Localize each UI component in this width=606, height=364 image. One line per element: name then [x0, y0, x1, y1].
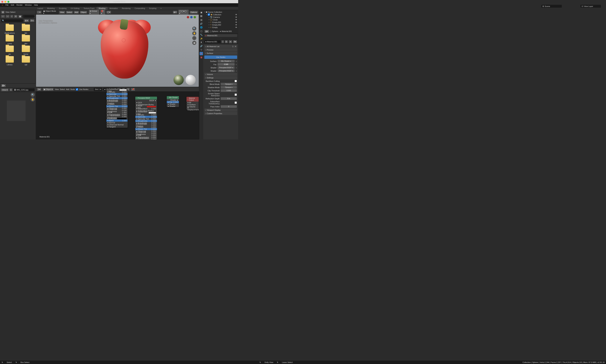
editor-type-image-icon[interactable]: 🖼▾	[1, 84, 6, 87]
node-input-row[interactable]: ● Sheen Tint0.500	[135, 128, 157, 130]
tab-rendering[interactable]: Rendering	[120, 7, 132, 10]
node-input-row[interactable]: ● Clearcoat Normal	[106, 124, 128, 126]
eye-icon[interactable]: 👁	[235, 26, 237, 28]
image-file-field[interactable]: 🖼 IMG_5252.jpg	[13, 88, 35, 91]
eye-icon[interactable]: 👁	[235, 13, 237, 16]
prop-value[interactable]: Opaque ▾	[221, 86, 237, 89]
node-mix-shader[interactable]: ▾Mix ShaderShader ●● Fac0.500● Shader● S…	[167, 96, 179, 107]
slot-select[interactable]: Slot 1 ▾	[94, 88, 102, 91]
display-mode-icon[interactable]: ⊞ ▾	[24, 19, 29, 22]
menu-file[interactable]: File	[5, 4, 9, 6]
folder-etc[interactable]: etc	[2, 46, 17, 55]
node-input-row[interactable]: ● Clearcoat Roughness0.030	[106, 109, 128, 111]
nav-newdir-icon[interactable]: ▦	[18, 15, 22, 18]
material-preview-sphere[interactable]	[185, 75, 196, 85]
path-field[interactable]: /	[23, 15, 35, 18]
breadcrumb-object[interactable]: ▢ Sphere	[210, 30, 218, 32]
socket-icon[interactable]: ○	[236, 64, 237, 65]
blender-logo-icon[interactable]: ⟐	[2, 4, 3, 6]
viewport-canvas[interactable]: User Perspective (1) Collection | Sphere…	[36, 15, 199, 87]
fb-view[interactable]: View	[5, 11, 10, 13]
material-slot[interactable]: ●Material.001	[204, 34, 237, 37]
folder-dev[interactable]: dev	[19, 35, 33, 45]
add-workspace-icon[interactable]: +	[158, 7, 163, 10]
search-input[interactable]: 🔍	[1, 19, 23, 22]
nav-refresh-icon[interactable]: ⟳	[14, 15, 17, 18]
preview-header[interactable]: ▸Preview	[204, 48, 237, 51]
nav-up-icon[interactable]: ↑	[10, 15, 13, 18]
node-input-row[interactable]: ● Roughness0.500	[106, 97, 128, 99]
tab-viewlayer-icon[interactable]: ▤	[199, 18, 203, 22]
node-material-output[interactable]: ▾Material Output● All● Surface● Volume● …	[186, 97, 199, 110]
material-name-field[interactable]: ● Material.001	[204, 40, 221, 43]
prop-editor-icon[interactable]: ▥▾	[204, 30, 209, 33]
tab-physics-icon[interactable]: ⬇	[199, 41, 203, 44]
gizmo-neg-z[interactable]	[190, 16, 193, 18]
collection-checkbox[interactable]	[208, 13, 210, 16]
prop-value[interactable]: 0.500	[221, 89, 237, 92]
outliner-item[interactable]: ▸⊹Empty👁	[204, 26, 237, 29]
scene-collection-row[interactable]: ▾▣ Scene Collection	[204, 11, 237, 13]
window-controls[interactable]	[1, 1, 9, 3]
volume-header[interactable]: ▸Volume	[204, 73, 237, 76]
editor-type-3d-icon[interactable]: ⬚▾	[37, 11, 41, 14]
overlays-icon[interactable]: ◐▾	[173, 11, 177, 14]
outliner-item[interactable]: ▸📷Camera👁	[204, 16, 237, 18]
vp-view[interactable]: View	[59, 11, 65, 14]
custom-props-header[interactable]: ▸Custom Properties	[204, 112, 237, 115]
vp-object[interactable]: Object	[80, 11, 87, 14]
tab-uv-editing[interactable]: UV Editing	[68, 7, 81, 10]
mat-node-icon[interactable]: ∇▾	[233, 40, 237, 43]
mode-select[interactable]: ▣ Object Mode ▾	[42, 10, 58, 15]
ie-pan-icon[interactable]: ✋	[31, 97, 35, 102]
tab-world-icon[interactable]: 🌐	[199, 26, 203, 29]
color-swatch[interactable]	[117, 118, 127, 119]
pan-icon[interactable]: ✋	[192, 31, 196, 35]
node-input-row[interactable]: ● Sheen Tint0.500	[106, 105, 128, 107]
all-material-list-header[interactable]: ▸All Material List 1 : 4	[204, 45, 237, 48]
slot-grip-icon[interactable]: ∷	[203, 38, 238, 40]
prop-value[interactable]: Principled BSDF ▾	[218, 66, 235, 69]
tab-compositing[interactable]: Compositing	[132, 7, 147, 10]
node-input-row[interactable]: ● Subsurface Color	[106, 89, 128, 91]
node-header[interactable]: ▾Principled BSDF	[135, 97, 157, 100]
folder-cores[interactable]: cores	[2, 35, 17, 45]
prop-value[interactable]: Principled BSDF ▾	[218, 70, 235, 72]
hdri-preview-sphere[interactable]	[173, 75, 184, 85]
folder-library[interactable]: Library	[2, 56, 17, 66]
menu-edit[interactable]: Edit	[11, 4, 14, 6]
color-swatch[interactable]	[147, 106, 156, 107]
zoom-icon[interactable]: 🔍	[192, 26, 196, 31]
prop-checkbox[interactable]	[235, 102, 237, 104]
node-header[interactable]: ▾Material Output	[186, 97, 199, 102]
node-input-row[interactable]: ● Shader	[167, 103, 179, 105]
gizmo-neg-y[interactable]	[194, 16, 196, 18]
eye-icon[interactable]: 👁	[235, 24, 237, 26]
node-input-row[interactable]: ● Displacement	[186, 108, 199, 110]
node-output[interactable]: Shader ●	[167, 99, 179, 101]
node-input-row[interactable]: ● Transmission Roughness0.000	[106, 116, 128, 117]
tab-object-icon[interactable]: ▢	[199, 29, 203, 33]
tab-modifier-icon[interactable]: 🔧	[199, 33, 203, 37]
node-input-row[interactable]: ● Normal	[106, 122, 128, 124]
node-input-row[interactable]: ● Base Color	[135, 106, 157, 108]
tab-render-icon[interactable]: ▣	[199, 11, 203, 14]
prop-value[interactable]: 0 m	[221, 97, 237, 100]
mat-browse-icon[interactable]: ▫	[221, 40, 224, 43]
node-input-row[interactable]: ● Subsurface Color	[135, 112, 157, 114]
node-input-row[interactable]: ● Shader	[167, 105, 179, 107]
node-input-row[interactable]: ● Specular1.000	[135, 116, 157, 118]
orientation-select[interactable]: ⊕ Global ▾	[89, 10, 100, 15]
node-output[interactable]: BSDF ●	[135, 100, 157, 102]
ortho-icon[interactable]: ▦	[192, 41, 196, 45]
color-swatch[interactable]	[119, 89, 127, 91]
node-input-row[interactable]: ● Alpha1.000	[106, 120, 128, 122]
tab-output-icon[interactable]: 🖼	[199, 14, 203, 18]
vp-add[interactable]: Add	[74, 11, 79, 14]
use-nodes-checkbox[interactable]	[76, 88, 78, 91]
folder-opt[interactable]: opt	[19, 56, 33, 66]
node-input-row[interactable]: ● Surface	[186, 104, 199, 106]
node-input-row[interactable]: ● GGX	[135, 102, 157, 104]
shader-node-editor[interactable]: ◔▾ ▣ Object ▾ View Select Add Node Use N…	[36, 87, 199, 140]
tab-sculpting[interactable]: Sculpting	[57, 7, 68, 10]
